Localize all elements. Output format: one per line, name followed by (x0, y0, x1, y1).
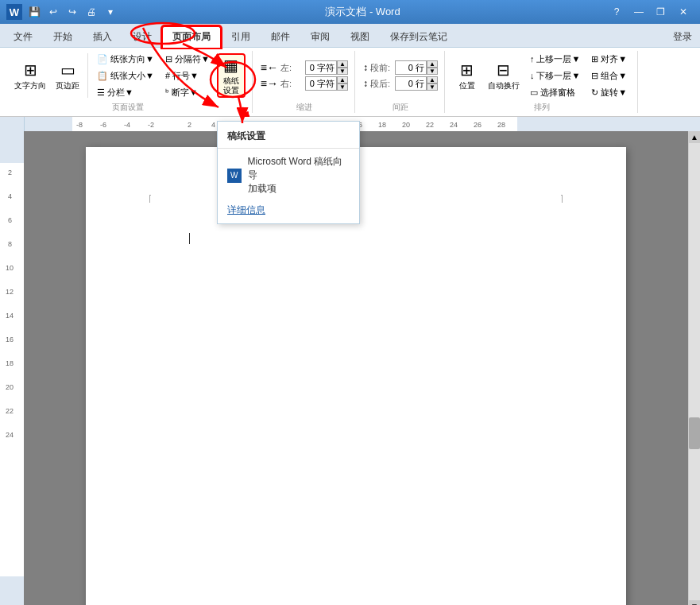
print-preview-btn[interactable]: 🖨 (83, 3, 100, 21)
bring-forward-label: 上移一层▼ (536, 53, 580, 65)
scroll-track[interactable] (689, 143, 700, 600)
spacing-after-label: 段后: (370, 78, 393, 90)
indent-label: 缩进 (261, 100, 348, 113)
indent-right-spinbox[interactable]: ▲ ▼ (305, 76, 348, 91)
separator-btn[interactable]: ⊟ 分隔符▼ (161, 51, 214, 67)
indent-right-label: 右: (280, 78, 303, 90)
manuscript-dropdown: 稿纸设置 W Microsoft Word 稿纸向导加载项 详细信息 (217, 121, 360, 224)
svg-text:26: 26 (474, 121, 481, 129)
page-setup-col: 📄 纸张方向▼ 📋 纸张大小▼ ☰ 分栏▼ (93, 51, 158, 100)
arrange-col1: ↑ 上移一层▼ ↓ 下移一层▼ ▭ 选择窗格 (526, 51, 584, 100)
spacing-before-up[interactable]: ▲ (427, 60, 438, 68)
text-wrap-button[interactable]: ⊟ 自动换行 (485, 53, 523, 98)
position-label: 位置 (459, 81, 475, 91)
indent-right-up[interactable]: ▲ (337, 76, 348, 83)
close-button[interactable]: ✕ (673, 4, 694, 20)
customize-btn[interactable]: ▾ (102, 3, 119, 21)
position-button[interactable]: ⊞ 位置 (453, 53, 481, 98)
scroll-up-btn[interactable]: ▲ (689, 131, 701, 143)
svg-text:22: 22 (6, 407, 14, 415)
svg-text:2: 2 (188, 121, 191, 129)
tab-review[interactable]: 审阅 (300, 26, 340, 48)
spacing-after-icon: ↕ (363, 78, 368, 89)
paper-orientation-btn[interactable]: 📄 纸张方向▼ (93, 51, 158, 67)
indent-right-input[interactable] (305, 76, 337, 91)
spacing-group: ↕ 段前: ▲ ▼ ↕ 段后: ▲ ▼ (357, 51, 445, 113)
line-numbers-btn[interactable]: # 行号▼ (161, 68, 214, 83)
save-quick-btn[interactable]: 💾 (25, 3, 43, 21)
spacing-after-arrows: ▲ ▼ (427, 76, 438, 91)
tab-view[interactable]: 视图 (340, 26, 380, 48)
hyphenation-btn[interactable]: ᵇ 断字▼ (161, 84, 214, 100)
rotate-btn[interactable]: ↻ 旋转▼ (587, 84, 631, 100)
send-backward-label: 下移一层▼ (536, 70, 580, 82)
tab-cloud[interactable]: 保存到云笔记 (380, 26, 458, 48)
spacing-before-down[interactable]: ▼ (427, 68, 438, 75)
tab-references[interactable]: 引用 (221, 26, 261, 48)
selection-pane-label: 选择窗格 (540, 87, 575, 99)
manuscript-wizard-item[interactable]: W Microsoft Word 稿纸向导加载项 (218, 150, 359, 200)
send-backward-btn[interactable]: ↓ 下移一层▼ (526, 68, 584, 83)
bring-forward-icon: ↑ (530, 54, 535, 64)
selection-pane-btn[interactable]: ▭ 选择窗格 (526, 84, 584, 100)
margins-button[interactable]: ▭ 页边距 (52, 53, 83, 98)
restore-button[interactable]: ❐ (651, 4, 671, 20)
text-wrap-label: 自动换行 (488, 81, 520, 91)
spacing-before-row: ↕ 段前: ▲ ▼ (363, 60, 438, 75)
spacing-after-input[interactable] (395, 76, 427, 91)
indent-left-down[interactable]: ▼ (337, 68, 348, 75)
columns-btn[interactable]: ☰ 分栏▼ (93, 84, 158, 100)
text-direction-button[interactable]: ⊞ 文字方向 (11, 53, 49, 98)
group-btn[interactable]: ⊞ 对齐▼ (587, 51, 631, 67)
svg-text:24: 24 (450, 121, 458, 129)
vertical-scrollbar[interactable]: ▲ ▼ (688, 131, 700, 605)
redo-btn[interactable]: ↪ (64, 3, 81, 21)
svg-text:8: 8 (8, 240, 12, 248)
spacing-before-spinbox[interactable]: ▲ ▼ (395, 60, 438, 75)
ungroup-btn[interactable]: ⊟ 组合▼ (587, 68, 631, 83)
manuscript-label: 稿纸设置 (223, 76, 239, 95)
spacing-after-up[interactable]: ▲ (427, 76, 438, 83)
quick-access-toolbar: 💾 ↩ ↪ 🖨 ▾ (25, 3, 119, 21)
svg-text:20: 20 (6, 383, 14, 391)
undo-btn[interactable]: ↩ (44, 3, 62, 21)
bring-forward-btn[interactable]: ↑ 上移一层▼ (526, 51, 584, 67)
indent-left-spinbox[interactable]: ▲ ▼ (305, 60, 348, 75)
svg-text:2: 2 (8, 169, 12, 176)
svg-text:16: 16 (6, 335, 14, 343)
scroll-down-btn[interactable]: ▼ (689, 600, 701, 605)
manuscript-settings-button[interactable]: ▦ 稿纸设置 (217, 53, 246, 98)
spacing-after-down[interactable]: ▼ (427, 83, 438, 91)
ribbon-content: ⊞ 文字方向 ▭ 页边距 📄 纸张方向▼ 📋 纸张大小▼ ☰ (0, 48, 700, 117)
indent-left-up[interactable]: ▲ (337, 60, 348, 68)
help-button[interactable]: ? (606, 4, 627, 20)
spacing-after-spinbox[interactable]: ▲ ▼ (395, 76, 438, 91)
arrange-group: ⊞ 位置 ⊟ 自动换行 ↑ 上移一层▼ ↓ 下移一层▼ ▭ 选择窗格 (447, 51, 638, 113)
title-controls: ? — ❐ ✕ (606, 4, 694, 20)
indent-right-down[interactable]: ▼ (337, 83, 348, 91)
tab-design[interactable]: 设计 (122, 26, 162, 48)
tab-start[interactable]: 开始 (43, 26, 83, 48)
line-numbers-icon: # (165, 71, 170, 80)
paper-size-btn[interactable]: 📋 纸张大小▼ (93, 68, 158, 83)
tab-insert[interactable]: 插入 (83, 26, 122, 48)
paper-size-label: 纸张大小▼ (110, 70, 154, 82)
page-setup-col2: ⊟ 分隔符▼ # 行号▼ ᵇ 断字▼ (161, 51, 214, 100)
page-setup-group: ⊞ 文字方向 ▭ 页边距 📄 纸张方向▼ 📋 纸张大小▼ ☰ (5, 51, 253, 113)
send-backward-icon: ↓ (530, 71, 535, 80)
tab-mail[interactable]: 邮件 (261, 26, 300, 48)
login-button[interactable]: 登录 (665, 27, 700, 47)
minimize-button[interactable]: — (628, 4, 649, 20)
manuscript-btn-container: ▦ 稿纸设置 (217, 53, 246, 98)
tab-page-layout[interactable]: 页面布局 (162, 26, 221, 48)
margins-icon: ▭ (60, 60, 75, 80)
svg-text:12: 12 (6, 288, 14, 296)
spacing-before-input[interactable] (395, 60, 427, 75)
word-icon: W (6, 4, 22, 20)
tab-file[interactable]: 文件 (3, 26, 43, 48)
indent-left-input[interactable] (305, 60, 337, 75)
spacing-controls: ↕ 段前: ▲ ▼ ↕ 段后: ▲ ▼ (363, 51, 438, 100)
details-link[interactable]: 详细信息 (218, 200, 359, 220)
svg-rect-22 (0, 163, 24, 576)
scroll-thumb[interactable] (689, 417, 700, 449)
